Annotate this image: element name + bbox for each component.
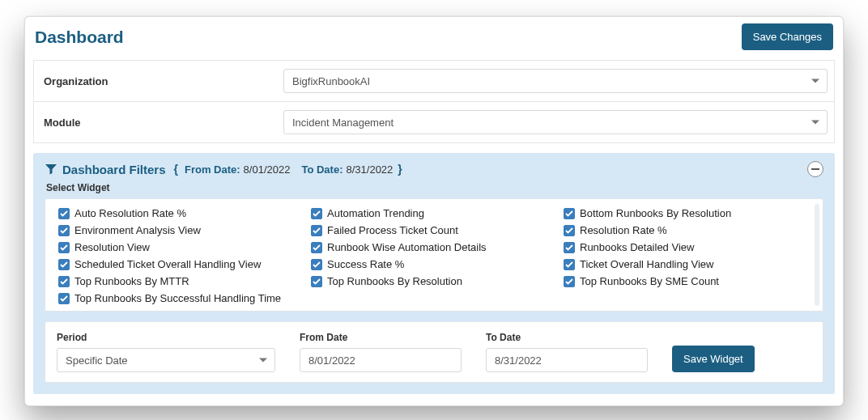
select-widget-label: Select Widget (33, 179, 835, 198)
checkbox[interactable] (564, 259, 575, 270)
from-date-field-label: From Date (300, 332, 462, 343)
widget-label: Environment Analysis View (74, 224, 201, 236)
checkbox[interactable] (311, 242, 322, 253)
widget-label: Failed Process Ticket Count (327, 224, 458, 236)
checkbox[interactable] (564, 276, 575, 287)
filters-header: Dashboard Filters { From Date: 8/01/2022… (33, 153, 835, 179)
widget-label: Runbook Wise Automation Details (327, 241, 487, 253)
from-date-field: From Date (300, 332, 462, 372)
module-label: Module (40, 117, 283, 129)
widget-col-1: Auto Resolution Rate % Environment Analy… (58, 207, 304, 304)
dashboard-shell: Dashboard Save Changes Organization Modu… (24, 16, 844, 406)
widget-item: Success Rate % (311, 258, 557, 270)
widget-item: Automation Trending (311, 207, 557, 219)
widget-label: Top Runbooks By SME Count (580, 275, 719, 287)
from-date-input[interactable] (300, 348, 462, 372)
to-date-field: To Date (486, 332, 648, 372)
organization-select-wrap (283, 69, 828, 93)
widget-label: Bottom Runbooks By Resolution (580, 207, 731, 219)
to-date-input[interactable] (486, 348, 648, 372)
to-date-value: 8/31/2022 (347, 163, 394, 176)
checkbox[interactable] (564, 242, 575, 253)
checkbox[interactable] (564, 208, 575, 219)
widget-label: Top Runbooks By Resolution (327, 275, 462, 287)
checkbox[interactable] (58, 225, 70, 236)
widget-item: Resolution Rate % (564, 224, 810, 236)
module-select-wrap (283, 110, 828, 134)
checkbox[interactable] (311, 259, 322, 270)
organization-label: Organization (40, 75, 283, 87)
module-select[interactable] (283, 110, 828, 134)
widget-label: Top Runbooks By Successful Handling Time (74, 292, 281, 304)
widget-label: Top Runbooks By MTTR (74, 275, 189, 287)
widget-item: Ticket Overall Handling View (564, 258, 810, 270)
checkbox[interactable] (58, 242, 70, 253)
checkbox[interactable] (58, 293, 70, 304)
widget-label: Automation Trending (327, 207, 424, 219)
brace-close: } (398, 163, 402, 176)
widget-item: Environment Analysis View (58, 224, 304, 236)
widget-item: Top Runbooks By Successful Handling Time (58, 292, 304, 304)
widget-item: Runbook Wise Automation Details (311, 241, 557, 253)
widget-item: Auto Resolution Rate % (58, 207, 304, 219)
from-date-label: From Date: (185, 163, 240, 176)
filter-funnel-icon (45, 163, 57, 176)
widget-panel: Auto Resolution Rate % Environment Analy… (45, 198, 823, 312)
period-select-wrap (57, 348, 275, 372)
checkbox[interactable] (58, 259, 70, 270)
checkbox[interactable] (58, 208, 70, 219)
period-label: Period (57, 332, 275, 343)
module-row: Module (33, 102, 835, 143)
widget-col-3: Bottom Runbooks By Resolution Resolution… (564, 207, 810, 304)
to-date-field-label: To Date (486, 332, 648, 343)
widget-item: Top Runbooks By MTTR (58, 275, 304, 287)
widget-label: Ticket Overall Handling View (580, 258, 713, 270)
widget-col-2: Automation Trending Failed Process Ticke… (311, 207, 557, 304)
checkbox[interactable] (58, 276, 70, 287)
widget-item: Scheduled Ticket Overall Handling View (58, 258, 304, 270)
filters-title: Dashboard Filters (62, 163, 166, 176)
collapse-filters-button[interactable] (807, 161, 823, 177)
organization-row: Organization (33, 60, 835, 102)
page-title: Dashboard (35, 28, 124, 47)
widget-item: Bottom Runbooks By Resolution (564, 207, 810, 219)
widget-label: Success Rate % (327, 258, 404, 270)
period-select[interactable] (57, 348, 275, 372)
brace-open: { (174, 163, 178, 176)
checkbox[interactable] (311, 276, 322, 287)
to-date-label: To Date: (301, 163, 343, 176)
widget-label: Scheduled Ticket Overall Handling View (74, 258, 261, 270)
checkbox[interactable] (564, 225, 575, 236)
filters-card: Dashboard Filters { From Date: 8/01/2022… (33, 153, 835, 394)
organization-select[interactable] (283, 69, 828, 93)
widget-item: Top Runbooks By SME Count (564, 275, 810, 287)
widget-label: Resolution Rate % (580, 224, 667, 236)
widget-item: Resolution View (58, 241, 304, 253)
widget-label: Runbooks Detailed View (580, 241, 694, 253)
widget-item: Failed Process Ticket Count (311, 224, 557, 236)
period-field: Period (57, 332, 275, 372)
period-panel: Period From Date To Date Save Widget (45, 321, 823, 383)
widget-item: Runbooks Detailed View (564, 241, 810, 253)
save-changes-button[interactable]: Save Changes (742, 23, 833, 50)
widget-label: Auto Resolution Rate % (74, 207, 186, 219)
widget-item: Top Runbooks By Resolution (311, 275, 557, 287)
from-date-value: 8/01/2022 (244, 163, 291, 176)
widget-label: Resolution View (74, 241, 150, 253)
save-widget-button[interactable]: Save Widget (672, 346, 755, 372)
checkbox[interactable] (311, 208, 322, 219)
header-row: Dashboard Save Changes (25, 17, 843, 60)
checkbox[interactable] (311, 225, 322, 236)
